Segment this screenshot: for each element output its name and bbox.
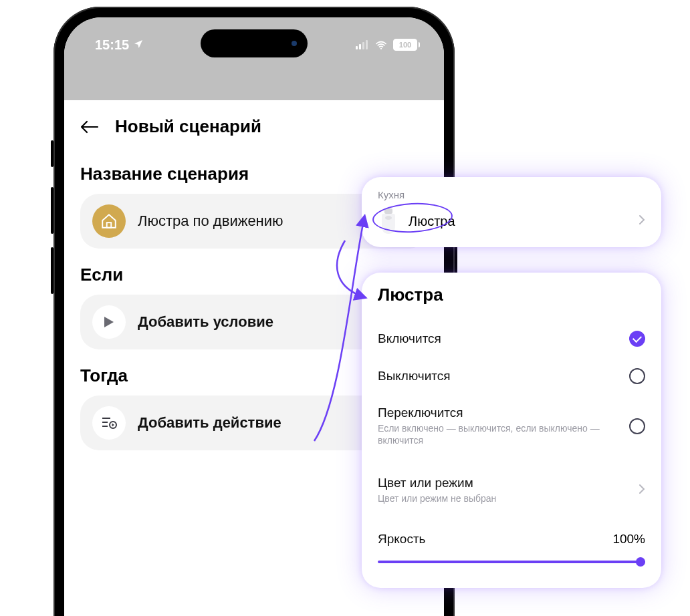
svg-rect-9	[384, 208, 392, 214]
option-toggle[interactable]: Переключится Если включено — выключится,…	[378, 395, 645, 457]
slider-track	[378, 561, 645, 563]
play-icon	[92, 305, 126, 339]
svg-rect-4	[107, 222, 112, 228]
color-sublabel: Цвет или режим не выбран	[378, 492, 630, 504]
phone-volume-down	[51, 247, 53, 294]
turn-off-label: Выключится	[378, 369, 621, 383]
slider-thumb[interactable]	[636, 557, 645, 567]
svg-rect-2	[362, 42, 364, 49]
device-select-popout: Кухня Люстра	[362, 177, 661, 247]
phone-side-button	[51, 140, 53, 167]
location-icon	[133, 37, 144, 53]
device-row[interactable]: Люстра	[378, 207, 645, 235]
toggle-sublabel: Если включено — выключится, если выключе…	[378, 422, 621, 446]
toggle-label: Переключится	[378, 406, 621, 420]
house-icon	[92, 204, 126, 238]
phone-volume-up	[51, 187, 53, 234]
action-list-icon	[92, 406, 126, 440]
option-brightness[interactable]: Яркость 100%	[378, 524, 645, 553]
status-time: 15:15	[95, 37, 129, 53]
app-header-bg	[64, 65, 444, 100]
svg-rect-3	[366, 40, 368, 49]
chevron-right-icon	[639, 484, 645, 497]
room-label: Кухня	[378, 189, 645, 200]
actions-title: Люстра	[378, 285, 645, 305]
option-turn-off[interactable]: Выключится	[378, 357, 645, 395]
camera-dot	[292, 41, 297, 46]
radio-checked-icon[interactable]	[629, 331, 645, 347]
page-title: Новый сценарий	[115, 116, 261, 137]
add-condition-label: Добавить условие	[138, 313, 273, 331]
radio-unchecked-icon[interactable]	[629, 418, 645, 434]
scenario-name-value: Люстра по движению	[138, 212, 283, 230]
brightness-value: 100%	[612, 532, 645, 547]
svg-point-10	[385, 216, 392, 220]
brightness-slider[interactable]	[378, 557, 645, 567]
brightness-label: Яркость	[378, 532, 425, 547]
chevron-right-icon	[639, 214, 645, 228]
option-turn-on[interactable]: Включится	[378, 320, 645, 357]
add-action-label: Добавить действие	[138, 414, 281, 432]
bulb-icon	[378, 207, 399, 235]
svg-rect-0	[356, 46, 358, 49]
device-actions-popout: Люстра Включится Выключится Переключится…	[362, 273, 661, 588]
option-color[interactable]: Цвет или режим Цвет или режим не выбран	[378, 465, 645, 515]
turn-on-label: Включится	[378, 331, 621, 346]
svg-rect-1	[359, 44, 361, 49]
radio-unchecked-icon[interactable]	[629, 368, 645, 384]
device-name: Люстра	[409, 214, 455, 229]
color-label: Цвет или режим	[378, 476, 630, 490]
wifi-icon	[374, 37, 388, 53]
signal-icon	[356, 37, 369, 53]
back-button[interactable]	[80, 120, 99, 134]
battery-icon: 100	[393, 39, 420, 51]
dynamic-island	[201, 29, 308, 57]
